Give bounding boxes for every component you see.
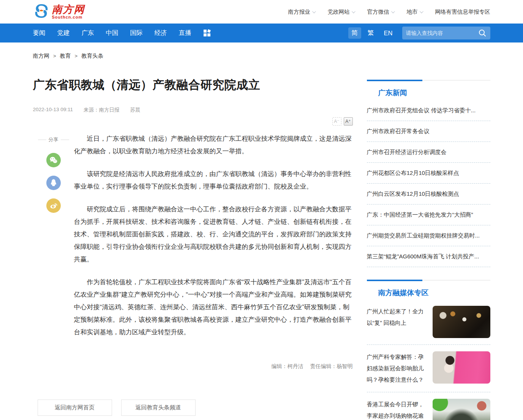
font-smaller-button[interactable]: A⁻ xyxy=(332,117,341,126)
article-source: 来源：南方日报 xyxy=(84,107,120,113)
nav-item-党建[interactable]: 党建 xyxy=(57,29,70,37)
search-input[interactable] xyxy=(406,30,478,36)
top-link-label: 南方报业 xyxy=(288,8,310,16)
site-logo[interactable]: 南方网 Southcn.com xyxy=(33,3,85,21)
top-link-label: 党政网站 xyxy=(328,8,350,16)
chevron-down-icon xyxy=(419,9,423,13)
media-list-item[interactable]: 广州产科专家解答：孕妇感染新冠会影响胎儿吗？孕检要注意什么？ xyxy=(367,345,490,392)
logo-swirl-icon xyxy=(33,3,50,21)
top-link-党政网站[interactable]: 党政网站 xyxy=(328,8,354,16)
sidebar-section-media: 南方融媒体专区 广州人忙起来了！全力以“复” 回稳向上广州产科专家解答：孕妇感染… xyxy=(367,280,490,420)
article-column: 广东省职教城（清远）产教融合研究院成立 2022-10-13 09:11 来源：… xyxy=(33,65,353,416)
font-size-controls: A⁻ A⁺ xyxy=(33,117,353,126)
news-list-item[interactable]: 第三架“鲲龙”AG600M珠海首飞 计划共投产... xyxy=(367,246,490,267)
chevron-down-icon xyxy=(351,9,355,13)
main-nav-bar: 要闻党建广东中国国际经济直播 简 繁 EN xyxy=(0,24,523,42)
logo-cn-text: 南方网 xyxy=(52,4,85,14)
news-list-item[interactable]: 广东：中国经济第一大省抢先发力“大招商” xyxy=(367,204,490,225)
sidebar: 广东新闻 广州市政府召开党组会议 传达学习省委十...广州市政府召开常务会议广州… xyxy=(367,65,490,420)
top-link-地市[interactable]: 地市 xyxy=(407,8,422,16)
back-button-返回南方网首页[interactable]: 返回南方网首页 xyxy=(38,400,112,416)
news-list-item[interactable]: 广州市政府召开党组会议 传达学习省委十... xyxy=(367,100,490,121)
main-nav: 要闻党建广东中国国际经济直播 xyxy=(33,29,211,37)
top-link-label: 地市 xyxy=(407,8,418,16)
top-links: 南方报业党政网站官方微信地市网络有害信息举报专区 xyxy=(288,8,490,16)
share-label: 分享 xyxy=(33,136,74,143)
news-list-item[interactable]: 广州白云区发布12月10日核酸检测点 xyxy=(367,184,490,204)
qq-share-icon[interactable] xyxy=(46,176,61,190)
article-paragraph-1: 近日，广东省职教城（清远）产教融合研究院在广东工程职业技术学院揭牌成立，这是清远… xyxy=(74,132,353,157)
top-link-南方报业[interactable]: 南方报业 xyxy=(288,8,315,16)
breadcrumb-separator: > xyxy=(53,53,56,59)
nav-item-广东[interactable]: 广东 xyxy=(82,29,94,37)
chevron-down-icon xyxy=(391,9,395,13)
article-meta: 2022-10-13 09:11 来源：南方日报 苏晨 xyxy=(33,107,353,113)
weibo-share-icon[interactable] xyxy=(46,198,61,213)
media-item-title: 广州产科专家解答：孕妇感染新冠会影响胎儿吗？孕检要注意什么？ xyxy=(367,351,428,385)
editor-name: 编辑：柯丹洁 xyxy=(272,363,303,369)
share-rail: 分享 xyxy=(33,132,74,349)
search-box xyxy=(402,27,490,39)
nav-item-经济[interactable]: 经济 xyxy=(155,29,167,37)
top-link-label: 官方微信 xyxy=(367,8,389,16)
sidebar-section-gd-news: 广东新闻 广州市政府召开党组会议 传达学习省委十...广州市政府召开常务会议广州… xyxy=(367,80,490,267)
breadcrumb-separator: > xyxy=(75,53,78,59)
article-thumbnail[interactable] xyxy=(433,306,490,338)
article-thumbnail[interactable] xyxy=(433,351,490,384)
breadcrumb-item-教育[interactable]: 教育 xyxy=(60,52,71,60)
wechat-share-icon[interactable] xyxy=(46,153,61,167)
article-paragraph-4: 作为首轮轮值校，广东工程职业技术学院将面向广东省“双十战略性产业集群”及清远市“… xyxy=(74,276,353,338)
nav-item-直播[interactable]: 直播 xyxy=(179,29,191,37)
media-item-title: 香港工展会今日开锣，李家超亦到场购物花逾两千元 xyxy=(367,399,428,420)
news-list: 广州市政府召开党组会议 传达学习省委十...广州市政府召开常务会议广州市召开经济… xyxy=(367,100,490,267)
back-button-返回教育头条频道[interactable]: 返回教育头条频道 xyxy=(121,400,196,416)
news-list-item[interactable]: 广州市召开经济运行分析调度会 xyxy=(367,142,490,163)
section-header: 南方融媒体专区 xyxy=(367,280,490,298)
media-list-item[interactable]: 香港工展会今日开锣，李家超亦到场购物花逾两千元 xyxy=(367,392,490,420)
nav-item-中国[interactable]: 中国 xyxy=(106,29,119,37)
section-title: 广东新闻 xyxy=(367,88,490,98)
news-list-item[interactable]: 广州市政府召开常务会议 xyxy=(367,121,490,142)
back-button-row: 返回南方网首页返回教育头条频道 xyxy=(33,400,353,416)
nav-item-要闻[interactable]: 要闻 xyxy=(33,29,46,37)
media-list: 广州人忙起来了！全力以“复” 回稳向上广州产科专家解答：孕妇感染新冠会影响胎儿吗… xyxy=(367,299,490,420)
top-link-label: 网络有害信息举报专区 xyxy=(435,8,490,16)
nav-item-国际[interactable]: 国际 xyxy=(130,29,143,37)
logo-en-text: Southcn.com xyxy=(52,15,85,19)
nav-right-tools: 简 繁 EN xyxy=(348,27,490,39)
article-paragraph-2: 该研究院是经清远市人民政府批准成立的，由广东省职教城（清远）事务中心举办的非营利… xyxy=(74,168,353,193)
news-list-item[interactable]: 广州期货交易所工业硅期货期权挂牌交易时... xyxy=(367,225,490,246)
news-list-item[interactable]: 广州花都区公布12月10日核酸采样点 xyxy=(367,163,490,184)
search-icon[interactable] xyxy=(478,29,487,37)
media-item-title: 广州人忙起来了！全力以“复” 回稳向上 xyxy=(367,306,428,329)
section-header: 广东新闻 xyxy=(367,80,490,98)
top-link-官方微信[interactable]: 官方微信 xyxy=(367,8,394,16)
font-larger-button[interactable]: A⁺ xyxy=(344,117,353,126)
article-paragraph-3: 研究院成立后，将围绕产教融合这一中心工作，整合政校行企各方资源，以产教融合大数据… xyxy=(74,203,353,266)
top-link-网络有害信息举报专区[interactable]: 网络有害信息举报专区 xyxy=(435,8,490,16)
article-body: 近日，广东省职教城（清远）产教融合研究院在广东工程职业技术学院揭牌成立，这是清远… xyxy=(74,132,353,349)
article-thumbnail[interactable] xyxy=(433,399,490,420)
publish-date: 2022-10-13 09:11 xyxy=(33,107,73,113)
section-title: 南方融媒体专区 xyxy=(367,288,490,298)
lang-traditional-button[interactable]: 繁 xyxy=(364,27,378,39)
breadcrumb-item-南方网[interactable]: 南方网 xyxy=(33,52,50,60)
page-title: 广东省职教城（清远）产教融合研究院成立 xyxy=(33,77,353,93)
breadcrumb-item-教育头条[interactable]: 教育头条 xyxy=(81,52,103,60)
lang-english-button[interactable]: EN xyxy=(381,28,396,38)
editor-line: 编辑：柯丹洁 责任编辑：杨智明 xyxy=(33,363,353,370)
article-author: 苏晨 xyxy=(130,107,141,113)
top-header-bar: 南方网 Southcn.com 南方报业党政网站官方微信地市网络有害信息举报专区 xyxy=(0,0,523,24)
chief-editor-name: 责任编辑：杨智明 xyxy=(310,363,353,369)
chevron-down-icon xyxy=(312,9,316,13)
lang-simplified-button[interactable]: 简 xyxy=(348,27,362,39)
channels-grid-icon[interactable] xyxy=(203,29,211,37)
breadcrumb: 南方网>教育>教育头条 xyxy=(33,52,490,60)
media-list-item[interactable]: 广州人忙起来了！全力以“复” 回稳向上 xyxy=(367,299,490,345)
